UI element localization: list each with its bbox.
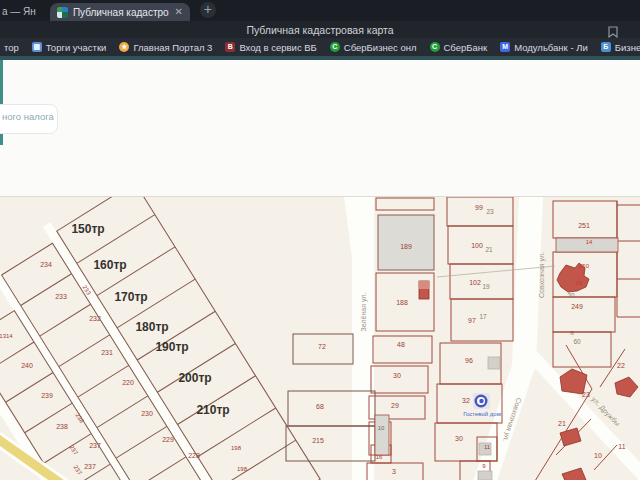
parcel-number: 68 (316, 403, 324, 410)
tab-bar: а — Ян Публичная кадастров ✕ + (0, 0, 640, 21)
address-number: 20 (567, 292, 575, 299)
bookmark-label: Бизнес Платфор (615, 42, 640, 53)
bookmark-item[interactable]: тор (4, 42, 19, 53)
parcel-number: 228 (188, 452, 200, 459)
guest-house-poi-icon[interactable] (473, 393, 490, 409)
price-label: 150тр (71, 222, 104, 236)
address-number: 19 (482, 283, 490, 290)
bookmark-favicon: ★ (119, 42, 129, 52)
price-label: 180тр (135, 320, 168, 334)
new-tab-button[interactable]: + (200, 2, 216, 18)
parcel-number: 240 (21, 362, 33, 369)
bookmark-favicon: С (330, 42, 340, 52)
bookmark-label: тор (4, 42, 19, 53)
bookmark-item[interactable]: ССберБизнес онл (330, 42, 417, 53)
bookmark-item[interactable]: ССберБанк (430, 42, 488, 53)
parcel-number: 32 (462, 397, 470, 404)
parcel-number: 30 (393, 372, 401, 379)
parcel-number: 11 (484, 444, 491, 450)
parcel-number: 198 (237, 466, 248, 472)
bookmark-favicon: ▤ (32, 42, 42, 52)
poi-label: Гостевой дом (463, 411, 501, 417)
parcel-number: 215 (312, 437, 324, 444)
parcel-number-gray: 10 (378, 425, 385, 431)
bookmark-favicon: Б (601, 42, 611, 52)
parcel-number-red: 16 (376, 454, 383, 460)
price-label: 160тр (93, 258, 126, 272)
parcel-number: 230 (141, 410, 153, 417)
parcel-number: 21 (558, 420, 566, 427)
parcel-number: 30 (455, 435, 463, 442)
parcel-number: 100 (471, 242, 483, 249)
bookmarks-bar: тор▤Торги участки★Главная Портал 3ВВход … (0, 38, 640, 56)
parcel-number: 233 (55, 293, 67, 300)
tab-title: Публичная кадастров (73, 7, 170, 18)
parcel-number: 99 (475, 204, 483, 211)
bookmark-label: Главная Портал 3 (133, 42, 212, 53)
parcel-number: б (570, 330, 574, 336)
page-content: ного налога (0, 60, 640, 196)
parcel-number: 3 (392, 468, 396, 475)
parcel-number: 198 (231, 445, 242, 451)
street-label: Совхозная ул. (538, 252, 546, 298)
parcel-number: 251 (578, 222, 590, 229)
parcel-number: 48 (397, 341, 405, 348)
parcel-number: 239 (41, 392, 53, 399)
price-label: 170тр (114, 290, 147, 304)
building-roof (419, 281, 429, 289)
background-tab[interactable]: а — Ян (0, 6, 40, 21)
parcel-number: 238 (56, 423, 68, 430)
active-tab[interactable]: Публичная кадастров ✕ (50, 3, 190, 21)
parcel-number: 229 (162, 436, 174, 443)
bookmark-item[interactable]: ББизнес Платфор (601, 42, 640, 53)
price-label: 200тр (178, 371, 211, 385)
address-number: 23 (486, 208, 494, 215)
bookmark-favicon: М (500, 42, 510, 52)
parcel-number: 23 (582, 391, 590, 398)
price-label: 190тр (155, 340, 188, 354)
parcel-number: 10 (594, 452, 602, 459)
parcel-number: 249 (571, 303, 583, 310)
bookmark-item[interactable]: ВВход в сервис ВБ (225, 42, 316, 53)
bookmark-label: Вход в сервис ВБ (239, 42, 316, 53)
pkk-favicon (57, 7, 68, 18)
parcel-number: 22 (617, 362, 625, 369)
parcel-number: 237 (84, 463, 96, 470)
address-number: 21 (485, 246, 493, 253)
price-label: 210тр (196, 403, 229, 417)
bookmark-label: СберБанк (444, 42, 488, 53)
parcel-number: 102 (469, 279, 481, 286)
address-bar[interactable]: Публичная кадастровая карта (0, 21, 640, 38)
bookmark-item[interactable]: ММодульбанк - Ли (500, 42, 588, 53)
parcel-number: 220 (122, 379, 134, 386)
street-label: Зелёная ул. (360, 293, 368, 332)
browser-window: а — Ян Публичная кадастров ✕ + Публичная… (0, 0, 640, 480)
parcel-number-red: 250 (579, 263, 590, 269)
address-number: 17 (479, 313, 487, 320)
parcel-number: 72 (318, 343, 326, 350)
parcel-number: 188 (396, 299, 408, 306)
address-number: 60 (573, 338, 581, 345)
bookmark-label: Модульбанк - Ли (514, 42, 588, 53)
parcel-number-red: 14 (586, 239, 593, 245)
parcel-number: 234 (40, 261, 52, 268)
bookmark-item[interactable]: ★Главная Портал 3 (119, 42, 212, 53)
bookmark-favicon: С (430, 42, 440, 52)
cadastral-map[interactable]: 150тр160тр170тр180тр190тр200тр210тр23423… (0, 196, 640, 480)
bookmark-favicon: В (225, 42, 235, 52)
parcel-number: 231 (101, 349, 113, 356)
bookmark-label: Торги участки (46, 42, 107, 53)
parcel-number: 232 (89, 315, 101, 322)
bookmark-item[interactable]: ▤Торги участки (32, 42, 107, 53)
parcel-number: 96 (465, 357, 473, 364)
tab-close-icon[interactable]: ✕ (174, 7, 182, 17)
parcel-number: 11 (618, 443, 625, 450)
parcel-number-red: 29 (576, 280, 583, 286)
parcel-number: 1314 (0, 333, 13, 339)
parcel-10-strip[interactable] (375, 415, 389, 455)
parcel-number: 29 (391, 402, 399, 409)
parcel-number: 97 (468, 317, 476, 324)
bookmark-label: СберБизнес онл (344, 42, 417, 53)
suggestion-text: ного налога (2, 111, 54, 122)
parcel-number: 237 (89, 442, 101, 449)
